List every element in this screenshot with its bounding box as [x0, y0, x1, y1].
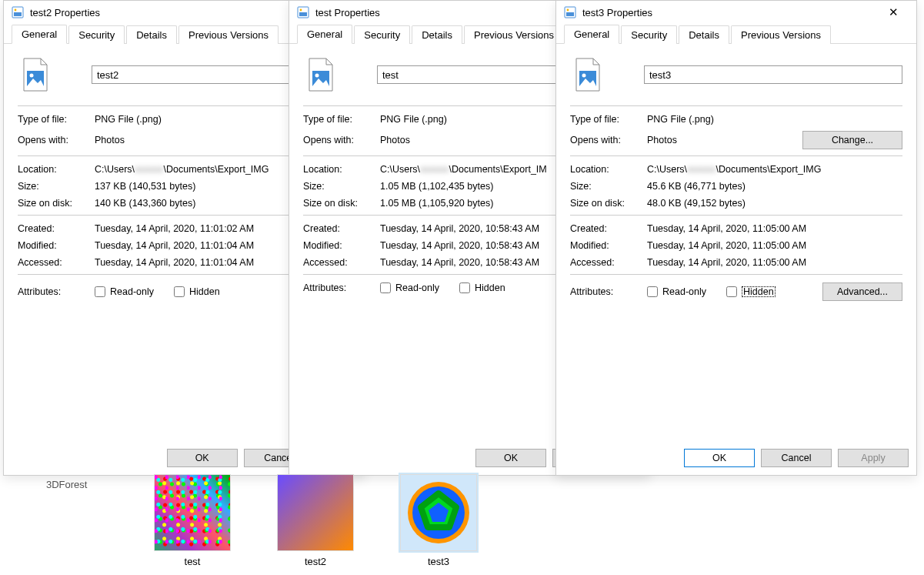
label-location: Location: [303, 164, 380, 175]
hidden-checkbox[interactable]: Hidden [459, 282, 505, 293]
label-size-on-disk: Size on disk: [570, 198, 647, 209]
hidden-label: Hidden [189, 286, 220, 297]
label-location: Location: [570, 164, 647, 175]
tab-details[interactable]: Details [126, 25, 177, 44]
label-opens-with: Opens with: [18, 135, 95, 145]
value-size-on-disk: 48.0 KB (49,152 bytes) [647, 198, 902, 209]
tab-previous-versions[interactable]: Previous Versions [731, 25, 831, 44]
label-attributes: Attributes: [570, 286, 647, 297]
svg-rect-11 [566, 12, 574, 16]
readonly-checkbox[interactable]: Read-only [647, 286, 706, 297]
readonly-label: Read-only [110, 286, 154, 297]
label-size-on-disk: Size on disk: [303, 198, 380, 209]
svg-point-9 [315, 74, 319, 78]
thumbnail-test3[interactable]: test3 [392, 474, 485, 567]
label-created: Created: [570, 223, 647, 234]
ok-button[interactable]: OK [167, 449, 238, 467]
readonly-checkbox[interactable]: Read-only [380, 282, 439, 293]
dialog-content: Type of file:PNG File (.png) Opens with:… [556, 44, 916, 446]
tab-details[interactable]: Details [679, 25, 729, 44]
thumbnail-image [154, 474, 231, 551]
tab-security[interactable]: Security [354, 25, 410, 44]
label-accessed: Accessed: [303, 257, 380, 268]
separator [570, 215, 902, 216]
thumbnail-test2[interactable]: test2 [269, 474, 362, 567]
value-opens-with: Photos [647, 135, 802, 145]
label-size-on-disk: Size on disk: [18, 198, 95, 209]
window-icon [12, 6, 24, 18]
label-location: Location: [18, 164, 95, 175]
explorer-thumbnails: test test2 test3 [146, 474, 485, 567]
tab-security[interactable]: Security [68, 25, 125, 44]
value-accessed: Tuesday, 14 April, 2020, 11:05:00 AM [647, 257, 902, 268]
thumbnail-image [400, 474, 477, 551]
label-opens-with: Opens with: [303, 135, 380, 145]
label-attributes: Attributes: [303, 282, 380, 293]
advanced-button[interactable]: Advanced... [822, 282, 902, 301]
tab-general[interactable]: General [564, 25, 619, 44]
label-size: Size: [18, 181, 95, 192]
tab-details[interactable]: Details [412, 25, 462, 44]
label-created: Created: [18, 223, 95, 234]
dialog-footer: OK Cancel Apply [556, 446, 916, 475]
window-icon [297, 6, 309, 18]
label-modified: Modified: [18, 240, 95, 251]
svg-point-12 [567, 9, 569, 12]
file-type-icon [306, 58, 335, 92]
thumbnail-test[interactable]: test [146, 474, 239, 567]
tab-previous-versions[interactable]: Previous Versions [178, 25, 279, 44]
thumbnail-image [277, 474, 354, 551]
readonly-checkbox[interactable]: Read-only [95, 286, 154, 297]
properties-dialog-test3: test3 Properties ✕ General Security Deta… [555, 0, 917, 476]
thumbnail-label: test2 [305, 556, 326, 567]
filename-input[interactable] [644, 65, 902, 84]
apply-button[interactable]: Apply [838, 449, 909, 467]
titlebar[interactable]: test3 Properties ✕ [556, 1, 916, 24]
tab-security[interactable]: Security [621, 25, 677, 44]
label-modified: Modified: [303, 240, 380, 251]
value-created: Tuesday, 14 April, 2020, 11:05:00 AM [647, 223, 902, 234]
svg-point-14 [582, 74, 586, 78]
value-size: 45.6 KB (46,771 bytes) [647, 181, 902, 192]
svg-rect-6 [299, 12, 307, 16]
label-attributes: Attributes: [18, 286, 95, 297]
explorer-item-label[interactable]: 3DForest [46, 479, 87, 490]
close-button[interactable]: ✕ [878, 5, 909, 19]
label-accessed: Accessed: [18, 257, 95, 268]
ok-button[interactable]: OK [684, 449, 755, 467]
label-type-of-file: Type of file: [18, 114, 95, 125]
hidden-label: Hidden [742, 286, 776, 297]
tabs: General Security Details Previous Versio… [556, 24, 916, 44]
label-type-of-file: Type of file: [303, 114, 380, 125]
readonly-label: Read-only [662, 286, 706, 297]
window-icon [564, 6, 576, 18]
tab-previous-versions[interactable]: Previous Versions [464, 25, 564, 44]
label-size: Size: [570, 181, 647, 192]
window-title: test3 Properties [582, 7, 878, 18]
tab-general[interactable]: General [297, 25, 352, 44]
value-opens-with: Photos [95, 135, 309, 145]
svg-point-4 [30, 74, 34, 78]
separator [570, 155, 902, 156]
ok-button[interactable]: OK [475, 449, 546, 467]
change-button[interactable]: Change... [802, 131, 902, 149]
readonly-label: Read-only [395, 282, 439, 293]
value-modified: Tuesday, 14 April, 2020, 11:05:00 AM [647, 240, 902, 251]
hidden-label: Hidden [475, 282, 505, 293]
tab-general[interactable]: General [12, 25, 67, 44]
label-opens-with: Opens with: [570, 135, 647, 145]
label-size: Size: [303, 181, 380, 192]
label-modified: Modified: [570, 240, 647, 251]
cancel-button[interactable]: Cancel [761, 449, 832, 467]
hidden-checkbox[interactable]: Hidden [726, 286, 776, 297]
separator [570, 274, 902, 275]
thumbnail-label: test3 [428, 556, 449, 567]
value-type-of-file: PNG File (.png) [647, 114, 902, 125]
svg-rect-1 [14, 12, 22, 16]
label-type-of-file: Type of file: [570, 114, 647, 125]
label-accessed: Accessed: [570, 257, 647, 268]
svg-point-2 [15, 9, 17, 12]
hidden-checkbox[interactable]: Hidden [174, 286, 220, 297]
label-created: Created: [303, 223, 380, 234]
value-location: C:\Users\xxxxxx\Documents\Export_IMG [647, 164, 902, 175]
